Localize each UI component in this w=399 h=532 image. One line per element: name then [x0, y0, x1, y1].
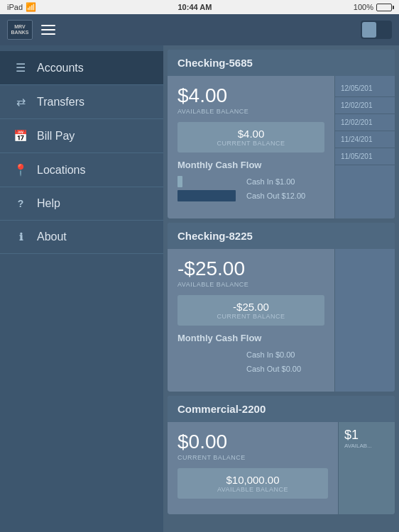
- locations-icon: 📍: [13, 163, 28, 177]
- transaction-date-2[interactable]: 12/02/201: [335, 97, 395, 114]
- current-balance-label-checking-5685: CURRENT BALANCE: [186, 140, 316, 147]
- cash-out-bar-container: [177, 190, 242, 201]
- about-icon: ℹ: [13, 231, 28, 243]
- sidebar-locations-label: Locations: [37, 164, 86, 177]
- available-balance-box-commercial-2200: $10,000.00 AVAILABLE BALANCE: [177, 468, 328, 499]
- cash-in-row-checking-8225: Cash In $0.00: [177, 349, 324, 360]
- status-right: 100%: [354, 3, 392, 11]
- savings-balance-commercial-2200: $1: [344, 428, 389, 443]
- account-card-commercial-2200[interactable]: Commercial-2200 $0.00 CURRENT BALANCE $1…: [168, 396, 395, 514]
- accounts-icon: ☰: [13, 61, 28, 74]
- help-icon: ?: [13, 198, 28, 209]
- account-name-checking-5685: Checking-5685: [168, 50, 395, 76]
- cash-flow-title-checking-8225: Monthly Cash Flow: [177, 333, 324, 343]
- sidebar-billpay-label: Bill Pay: [37, 130, 75, 143]
- savings-label-commercial-2200: AVAILAB...: [344, 443, 389, 449]
- main-layout: ☰ Accounts ⇄ Transfers 📅 Bill Pay 📍 Loca…: [0, 45, 399, 532]
- cash-flow-title-checking-5685: Monthly Cash Flow: [177, 160, 324, 170]
- transaction-date-1[interactable]: 12/05/201: [335, 80, 395, 97]
- sidebar-item-accounts[interactable]: ☰ Accounts: [0, 51, 163, 85]
- card-body-commercial-2200: $0.00 CURRENT BALANCE $10,000.00 AVAILAB…: [168, 422, 395, 514]
- available-balance-label-checking-5685: AVAILABLE BALANCE: [177, 108, 324, 115]
- available-balance-amount-commercial-2200: $10,000.00: [186, 474, 319, 486]
- sidebar-item-billpay[interactable]: 📅 Bill Pay: [0, 119, 163, 153]
- sidebar-item-about[interactable]: ℹ About: [0, 221, 163, 254]
- current-balance-commercial-2200: $0.00: [177, 431, 328, 453]
- current-balance-box-checking-5685: $4.00 CURRENT BALANCE: [177, 122, 324, 153]
- cash-in-bar: [177, 176, 182, 187]
- transaction-list-checking-8225: [334, 249, 395, 392]
- cash-out-bar-container-8225: [177, 363, 242, 375]
- toggle-thumb: [362, 22, 376, 38]
- account-name-checking-8225: Checking-8225: [168, 223, 395, 249]
- sidebar-item-locations[interactable]: 📍 Locations: [0, 153, 163, 187]
- card-main-commercial-2200: $0.00 CURRENT BALANCE $10,000.00 AVAILAB…: [168, 422, 338, 514]
- cash-in-label-checking-5685: Cash In $1.00: [246, 177, 324, 186]
- available-balance-label-commercial-2200: AVAILABLE BALANCE: [186, 486, 319, 493]
- transaction-date-4[interactable]: 11/24/201: [335, 131, 395, 148]
- sidebar-transfers-label: Transfers: [37, 96, 84, 109]
- cash-out-row-checking-8225: Cash Out $0.00: [177, 363, 324, 375]
- transaction-list-checking-5685: 12/05/201 12/02/201 12/02/201 11/24/201 …: [334, 76, 395, 218]
- available-balance-checking-5685: $4.00: [177, 84, 324, 107]
- current-balance-label-commercial-2200: CURRENT BALANCE: [177, 454, 328, 461]
- card-main-checking-5685: $4.00 AVAILABLE BALANCE $4.00 CURRENT BA…: [168, 76, 334, 218]
- card-body-checking-8225: -$25.00 AVAILABLE BALANCE -$25.00 CURREN…: [168, 249, 395, 392]
- cash-flow-checking-8225: Monthly Cash Flow Cash In $0.00 Cash Ou: [177, 333, 324, 383]
- account-name-commercial-2200: Commercial-2200: [168, 396, 395, 422]
- savings-section-commercial-2200: $1 AVAILAB...: [338, 422, 395, 514]
- battery-percent: 100%: [354, 3, 373, 11]
- available-balance-label-checking-8225: AVAILABLE BALANCE: [177, 281, 324, 288]
- hamburger-menu-button[interactable]: [41, 25, 55, 35]
- account-card-checking-8225[interactable]: Checking-8225 -$25.00 AVAILABLE BALANCE …: [168, 223, 395, 392]
- transaction-date-5[interactable]: 11/05/201: [335, 148, 395, 165]
- accounts-content[interactable]: Checking-5685 $4.00 AVAILABLE BALANCE $4…: [163, 45, 399, 532]
- cash-in-label-checking-8225: Cash In $0.00: [246, 350, 324, 359]
- account-card-checking-5685[interactable]: Checking-5685 $4.00 AVAILABLE BALANCE $4…: [168, 50, 395, 218]
- transaction-date-3[interactable]: 12/02/201: [335, 114, 395, 131]
- wifi-icon: 📶: [26, 2, 36, 12]
- cash-in-bar-container: [177, 176, 242, 187]
- current-balance-label-checking-8225: CURRENT BALANCE: [186, 313, 316, 320]
- transfers-icon: ⇄: [13, 95, 28, 109]
- billpay-icon: 📅: [13, 129, 28, 143]
- status-left: iPad 📶: [7, 2, 36, 12]
- sidebar-item-transfers[interactable]: ⇄ Transfers: [0, 85, 163, 119]
- battery-icon: [376, 4, 392, 11]
- sidebar-help-label: Help: [37, 197, 60, 210]
- card-main-checking-8225: -$25.00 AVAILABLE BALANCE -$25.00 CURREN…: [168, 249, 334, 392]
- current-balance-box-checking-8225: -$25.00 CURRENT BALANCE: [177, 295, 324, 326]
- sidebar-accounts-label: Accounts: [37, 62, 84, 74]
- sidebar: ☰ Accounts ⇄ Transfers 📅 Bill Pay 📍 Loca…: [0, 45, 163, 532]
- cash-out-label-checking-5685: Cash Out $12.00: [246, 192, 324, 200]
- status-bar: iPad 📶 10:44 AM 100%: [0, 0, 399, 14]
- available-balance-checking-8225: -$25.00: [177, 257, 324, 280]
- current-balance-amount-checking-8225: -$25.00: [186, 301, 316, 313]
- cash-in-row-checking-5685: Cash In $1.00: [177, 176, 324, 187]
- view-toggle[interactable]: [361, 21, 392, 39]
- cash-out-label-checking-8225: Cash Out $0.00: [246, 365, 324, 373]
- cash-out-bar: [177, 190, 236, 201]
- bank-logo: MRV BANKS: [7, 20, 33, 40]
- sidebar-about-label: About: [37, 231, 67, 243]
- cash-in-bar-container-8225: [177, 349, 242, 360]
- current-balance-amount-checking-5685: $4.00: [186, 128, 316, 140]
- cash-flow-checking-5685: Monthly Cash Flow Cash In $1.00 Cash Ou: [177, 160, 324, 210]
- cash-out-row-checking-5685: Cash Out $12.00: [177, 190, 324, 201]
- nav-bar: MRV BANKS: [0, 14, 399, 45]
- card-body-checking-5685: $4.00 AVAILABLE BALANCE $4.00 CURRENT BA…: [168, 76, 395, 218]
- status-time: 10:44 AM: [178, 3, 212, 11]
- ipad-label: iPad: [7, 3, 23, 11]
- sidebar-item-help[interactable]: ? Help: [0, 187, 163, 221]
